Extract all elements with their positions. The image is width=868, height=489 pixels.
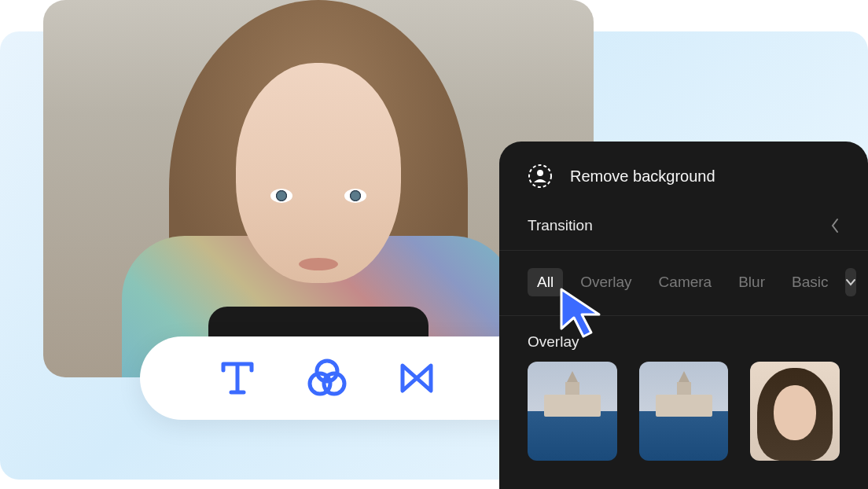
transition-section-row[interactable]: Transition: [499, 203, 868, 251]
section-label: Transition: [528, 217, 593, 234]
text-tool-button[interactable]: [215, 356, 259, 400]
tab-camera[interactable]: Camera: [649, 268, 722, 296]
transition-tool-button[interactable]: [395, 356, 439, 400]
chevron-down-icon: [845, 278, 856, 286]
filters-tool-button[interactable]: [305, 356, 349, 400]
tab-basic[interactable]: Basic: [782, 268, 837, 296]
effects-panel: Remove background Transition All Overlay…: [499, 142, 868, 489]
remove-background-icon: [528, 164, 553, 189]
panel-header: Remove background: [499, 142, 868, 203]
transition-icon: [395, 356, 439, 400]
filters-icon: [305, 356, 349, 400]
panel-title: Remove background: [570, 167, 715, 186]
transition-thumbnail[interactable]: [750, 362, 840, 461]
group-label: Overlay: [499, 316, 868, 362]
transition-thumbnail[interactable]: [639, 362, 729, 461]
transition-thumbnail[interactable]: [528, 362, 617, 461]
text-icon: [215, 356, 259, 400]
tabs-row: All Overlay Camera Blur Basic: [499, 251, 868, 316]
tab-overlay[interactable]: Overlay: [571, 268, 641, 296]
more-tabs-button[interactable]: [845, 268, 856, 296]
chevron-left-icon[interactable]: [830, 218, 840, 233]
svg-point-4: [537, 170, 543, 176]
tab-blur[interactable]: Blur: [729, 268, 774, 296]
tab-all[interactable]: All: [528, 268, 563, 296]
thumbnails-row: [499, 362, 868, 461]
